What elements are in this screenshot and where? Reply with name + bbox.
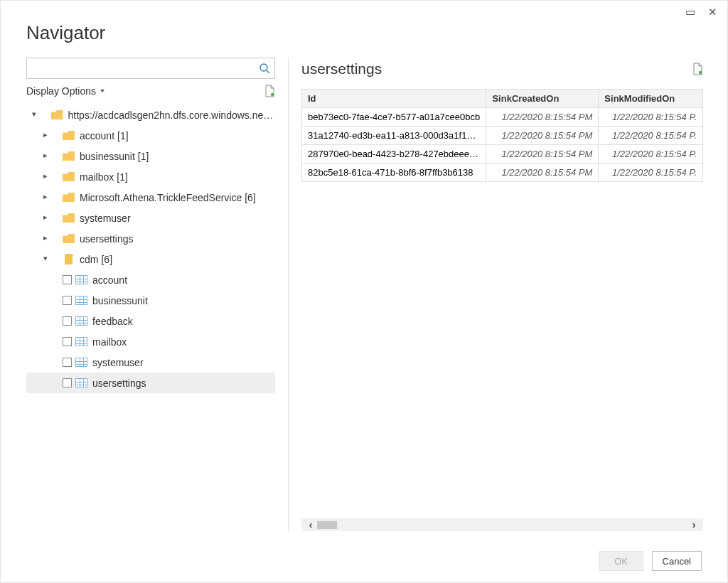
column-sinkcreatedon[interactable]: SinkCreatedOn: [486, 90, 599, 108]
display-options-label: Display Options: [26, 85, 96, 97]
search-input[interactable]: [33, 63, 259, 75]
table-row[interactable]: 82bc5e18-61ca-471b-8bf6-8f7ffb3b6138 1/2…: [302, 164, 703, 182]
tree-folder-mailbox[interactable]: ▸ mailbox [1]: [26, 166, 275, 187]
checkbox[interactable]: [63, 296, 72, 305]
window-maximize-icon[interactable]: ▭: [685, 6, 695, 17]
svg-point-2: [271, 93, 274, 96]
tree-table-businessunit[interactable]: businessunit: [26, 290, 275, 311]
tree-folder-usersettings[interactable]: ▸ usersettings: [26, 228, 275, 249]
scroll-left-icon[interactable]: ‹: [306, 519, 316, 530]
ok-button: OK: [599, 551, 643, 571]
tree-folder-businessunit[interactable]: ▸ businessunit [1]: [26, 146, 275, 166]
tree-table-usersettings[interactable]: usersettings: [26, 373, 275, 393]
navigator-left-pane: Display Options ▾ https://acdcadlsgen2hn…: [26, 58, 275, 531]
collapse-icon[interactable]: ▾: [41, 254, 50, 263]
tree-folder-account[interactable]: ▸ account [1]: [26, 125, 275, 146]
tree-folder-athena[interactable]: ▸ Microsoft.Athena.TrickleFeedService [6…: [26, 187, 275, 208]
cancel-button[interactable]: Cancel: [652, 551, 702, 571]
table-icon: [75, 296, 87, 305]
chevron-down-icon: [100, 90, 105, 92]
refresh-preview-icon[interactable]: [692, 63, 703, 75]
expand-icon[interactable]: ▸: [41, 151, 50, 160]
checkbox[interactable]: [63, 316, 72, 326]
expand-icon[interactable]: ▸: [41, 171, 50, 181]
expand-icon[interactable]: ▸: [41, 130, 50, 139]
column-id[interactable]: Id: [302, 90, 486, 108]
folder-icon: [63, 233, 75, 244]
refresh-page-icon[interactable]: [264, 85, 275, 97]
svg-point-3: [699, 71, 702, 74]
folder-icon: [51, 109, 63, 120]
window-close-icon[interactable]: ✕: [708, 6, 717, 17]
folder-icon: [63, 151, 75, 161]
folder-icon: [63, 171, 75, 182]
table-row[interactable]: beb73ec0-7fae-4ce7-b577-a01a7cee0bcb 1/2…: [302, 108, 703, 127]
checkbox[interactable]: [63, 358, 72, 367]
table-icon: [75, 275, 87, 284]
table-icon: [75, 316, 87, 326]
tree-root-label: https://acdcadlsgen2hn.dfs.core.windows.…: [68, 109, 275, 121]
tree-root[interactable]: ▾ https://acdcadlsgen2hn.dfs.core.window…: [26, 105, 275, 125]
folder-icon: [63, 213, 75, 223]
column-sinkmodifiedon[interactable]: SinkModifiedOn: [599, 90, 703, 108]
tree-table-account[interactable]: account: [26, 269, 275, 290]
tree-folder-systemuser[interactable]: ▸ systemuser: [26, 208, 275, 228]
tree-table-systemuser[interactable]: systemuser: [26, 352, 275, 373]
table-icon: [75, 378, 87, 387]
scroll-right-icon[interactable]: ›: [689, 519, 699, 530]
expand-icon[interactable]: ▸: [41, 213, 50, 222]
scroll-thumb[interactable]: [317, 521, 337, 529]
database-icon: [65, 255, 73, 264]
expand-icon[interactable]: ▸: [41, 233, 50, 242]
checkbox[interactable]: [63, 275, 72, 284]
folder-icon: [63, 130, 75, 141]
tree-cdm[interactable]: ▾ cdm [6]: [26, 249, 275, 269]
tree-table-feedback[interactable]: feedback: [26, 311, 275, 331]
preview-title: usersettings: [301, 60, 382, 77]
expand-icon[interactable]: ▸: [41, 192, 50, 201]
table-icon: [75, 337, 87, 346]
collapse-icon[interactable]: ▾: [29, 109, 39, 119]
search-box[interactable]: [26, 58, 275, 79]
horizontal-scrollbar[interactable]: ‹ ›: [301, 518, 703, 531]
checkbox[interactable]: [63, 337, 72, 346]
display-options-dropdown[interactable]: Display Options: [26, 85, 105, 97]
navigator-tree: ▾ https://acdcadlsgen2hn.dfs.core.window…: [26, 105, 275, 531]
preview-pane: usersettings Id SinkCreatedOn SinkModifi…: [288, 58, 703, 531]
dialog-title: Navigator: [1, 1, 727, 57]
table-row[interactable]: 287970e0-bead-4423-b278-427ebdeee821 1/2…: [302, 145, 703, 164]
navigator-dialog: ▭ ✕ Navigator Display Options: [0, 0, 728, 583]
tree-table-mailbox[interactable]: mailbox: [26, 331, 275, 352]
table-header-row: Id SinkCreatedOn SinkModifiedOn: [302, 90, 703, 108]
preview-table: Id SinkCreatedOn SinkModifiedOn beb73ec0…: [301, 89, 703, 182]
table-row[interactable]: 31a12740-ed3b-ea11-a813-000d3a1f1246 1/2…: [302, 127, 703, 145]
svg-line-1: [267, 70, 269, 73]
search-icon[interactable]: [259, 63, 270, 74]
table-icon: [75, 358, 87, 367]
svg-point-0: [260, 64, 267, 71]
checkbox[interactable]: [63, 378, 72, 387]
folder-icon: [63, 192, 75, 203]
